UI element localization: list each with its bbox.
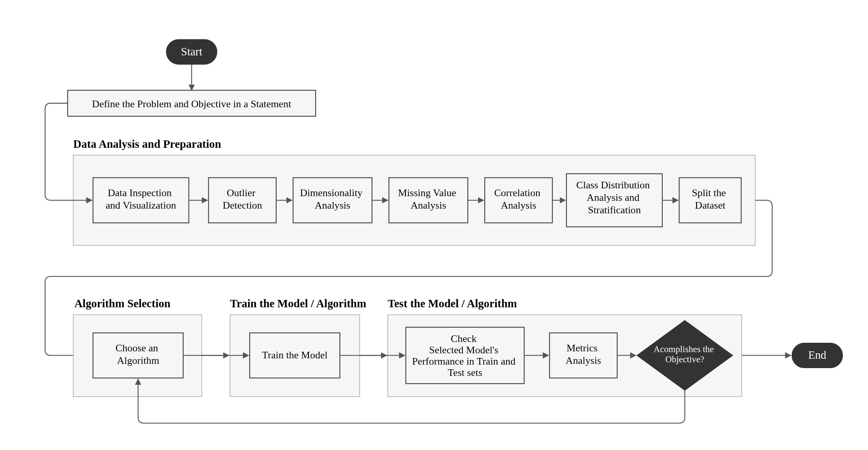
heading-train-model: Train the Model / Algorithm bbox=[230, 297, 366, 310]
end-label: End bbox=[808, 349, 826, 361]
node-metrics-analysis: Metrics Analysis Metrics Analysis bbox=[550, 333, 617, 378]
node-correlation: Correlation Analysis Correlation Analysi… bbox=[485, 178, 552, 223]
node-data-inspection: Data Inspection and Visualization Data I… bbox=[93, 178, 189, 223]
start-terminal: Start bbox=[166, 39, 217, 64]
node-choose-algorithm: Choose an Algorithm Choose an Algorithm bbox=[93, 333, 183, 378]
flowchart: Start Define the Problem and Objective i… bbox=[0, 0, 868, 450]
node-outlier-detection: Outlier Detection Outlier Detection bbox=[208, 178, 276, 223]
node-split-dataset: Split the Dataset Split the Dataset bbox=[679, 178, 741, 223]
start-label: Start bbox=[181, 45, 203, 58]
train-model-label: Train the Model bbox=[262, 349, 328, 361]
node-check-performance: Check Selected Model's Performance in Tr… bbox=[406, 327, 524, 384]
heading-algo-select: Algorithm Selection bbox=[74, 297, 171, 310]
define-problem-node: Define the Problem and Objective in a St… bbox=[68, 90, 316, 116]
heading-data-prep: Data Analysis and Preparation bbox=[73, 138, 221, 150]
define-problem-label: Define the Problem and Objective in a St… bbox=[92, 98, 291, 110]
heading-test-model: Test the Model / Algorithm bbox=[388, 297, 517, 310]
node-missing-value: Missing Value Analysis Missing Value Ana… bbox=[389, 178, 468, 223]
node-class-dist: Class Distribution Analysis and Stratifi… bbox=[566, 174, 662, 227]
node-dimensionality: Dimensionality Analysis Dimensionality A… bbox=[293, 178, 372, 223]
end-terminal: End bbox=[792, 343, 843, 368]
node-train-model: Train the Model bbox=[250, 333, 340, 378]
